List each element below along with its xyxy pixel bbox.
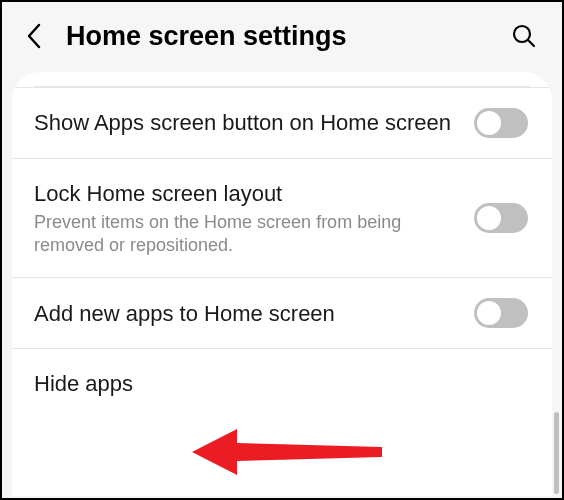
setting-row-hide-apps[interactable]: Hide apps: [12, 348, 552, 419]
row-title: Show Apps screen button on Home screen: [34, 108, 458, 138]
page-title: Home screen settings: [66, 21, 506, 52]
settings-card: Show Apps screen button on Home screen L…: [12, 72, 552, 496]
row-title: Lock Home screen layout: [34, 179, 458, 209]
setting-row-show-apps-button[interactable]: Show Apps screen button on Home screen: [12, 87, 552, 158]
toggle-show-apps-button[interactable]: [474, 108, 528, 138]
scrollbar[interactable]: [554, 412, 559, 494]
back-button[interactable]: [16, 18, 52, 54]
setting-row-lock-layout[interactable]: Lock Home screen layout Prevent items on…: [12, 158, 552, 277]
svg-line-1: [528, 40, 534, 46]
row-text: Show Apps screen button on Home screen: [34, 108, 474, 138]
chevron-left-icon: [25, 22, 43, 50]
search-icon: [511, 23, 537, 49]
row-text: Add new apps to Home screen: [34, 299, 474, 329]
setting-row-add-new-apps[interactable]: Add new apps to Home screen: [12, 277, 552, 348]
toggle-lock-layout[interactable]: [474, 203, 528, 233]
toggle-add-new-apps[interactable]: [474, 298, 528, 328]
row-subtitle: Prevent items on the Home screen from be…: [34, 211, 458, 258]
row-text: Hide apps: [34, 369, 528, 399]
settings-header: Home screen settings: [2, 2, 562, 72]
row-title: Hide apps: [34, 369, 512, 399]
row-text: Lock Home screen layout Prevent items on…: [34, 179, 474, 257]
search-button[interactable]: [506, 18, 542, 54]
row-title: Add new apps to Home screen: [34, 299, 458, 329]
